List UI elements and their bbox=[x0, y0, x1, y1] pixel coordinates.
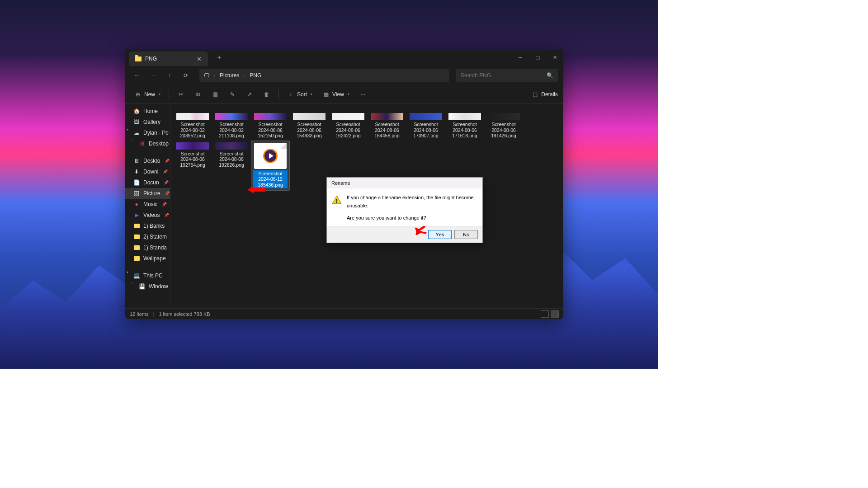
sort-icon: ↕ bbox=[287, 91, 294, 98]
file-name: Screenshot 2024-08-06 154933.png bbox=[292, 122, 327, 139]
file-item[interactable]: Screenshot 2024-08-06 154933.png bbox=[290, 111, 329, 141]
sidebar-label: 1) Standa bbox=[143, 244, 167, 251]
file-name: Screenshot 2024-08-06 192826.png bbox=[214, 151, 249, 168]
forward-button[interactable]: → bbox=[147, 69, 160, 82]
address-bar[interactable]: 🖵 › Pictures › PNG bbox=[199, 69, 449, 82]
chevron-down-icon: ▾ bbox=[348, 92, 349, 96]
file-thumbnail bbox=[332, 113, 364, 120]
window-controls: ─ ▢ ✕ bbox=[512, 50, 563, 65]
new-tab-button[interactable]: ＋ bbox=[216, 53, 222, 61]
chevron-right-icon[interactable]: › bbox=[132, 281, 133, 285]
chevron-down-icon[interactable]: ▾ bbox=[127, 127, 128, 131]
file-item[interactable]: Screenshot 2024-08-06 192826.png bbox=[212, 141, 251, 191]
monitor-icon: 🖵 bbox=[204, 72, 209, 79]
sidebar-item-home[interactable]: 🏠Home bbox=[125, 106, 170, 117]
sidebar-label: 2) Statem bbox=[143, 234, 167, 240]
folder-icon bbox=[135, 56, 142, 61]
more-button[interactable]: ⋯ bbox=[356, 89, 370, 100]
file-name: Screenshot 2024-08-06 164458.png bbox=[369, 122, 405, 139]
sidebar-label: 1) Banks bbox=[143, 223, 165, 229]
yes-button[interactable]: Yes bbox=[428, 230, 452, 239]
tab-title: PNG bbox=[145, 56, 157, 62]
sidebar-item-documents[interactable]: 📄Docun📌 bbox=[125, 177, 170, 188]
sidebar-label: Videos bbox=[143, 212, 160, 218]
view-button[interactable]: ▦ View ▾ bbox=[319, 89, 353, 100]
sidebar-item-desktop[interactable]: 🖥Deskto📌 bbox=[125, 155, 170, 166]
up-button[interactable]: ↑ bbox=[163, 69, 176, 82]
chevron-down-icon: ▾ bbox=[159, 92, 160, 96]
delete-icon: 🗑 bbox=[263, 91, 270, 98]
pin-icon: 📌 bbox=[164, 213, 169, 217]
rename-icon: ✎ bbox=[229, 91, 236, 98]
back-button[interactable]: ← bbox=[131, 69, 143, 82]
file-item[interactable]: Screenshot 2024-08-02 211108.png bbox=[212, 111, 251, 141]
file-item[interactable]: Screenshot 2024-08-06 162422.png bbox=[329, 111, 368, 141]
file-item[interactable]: Screenshot 2024-08-06 164458.png bbox=[368, 111, 406, 141]
rename-button[interactable]: ✎ bbox=[225, 89, 240, 100]
chevron-right-icon[interactable]: › bbox=[132, 138, 133, 142]
pictures-icon: 🖼 bbox=[133, 190, 140, 197]
search-input[interactable] bbox=[461, 72, 547, 79]
pin-icon: 📌 bbox=[163, 169, 168, 174]
sidebar-item-gallery[interactable]: 🖼Gallery bbox=[125, 117, 170, 127]
pin-icon: 📌 bbox=[165, 191, 170, 196]
file-item[interactable]: Screenshot 2024-08-06 152150.png bbox=[251, 111, 290, 141]
copy-button[interactable]: ⧉ bbox=[191, 89, 205, 100]
command-toolbar: ⊕ New ▾ ✂ ⧉ 📋 ✎ ↗ 🗑 ↕ Sort ▾ ▦ View ▾ ⋯ … bbox=[125, 85, 563, 104]
sidebar-label: Wallpape bbox=[143, 255, 166, 262]
paste-button[interactable]: 📋 bbox=[208, 89, 222, 100]
pc-icon: 💻 bbox=[133, 272, 140, 279]
sidebar-item-music[interactable]: ●Music📌 bbox=[125, 199, 170, 210]
file-item[interactable]: Screenshot 2024-08-06 191426.png bbox=[484, 111, 523, 141]
close-button[interactable]: ✕ bbox=[546, 50, 563, 65]
file-item[interactable]: Screenshot 2024-08-02 203952.png bbox=[173, 111, 212, 141]
file-thumbnail bbox=[371, 113, 403, 120]
titlebar[interactable]: PNG ✕ ＋ ─ ▢ ✕ bbox=[125, 49, 563, 66]
new-button[interactable]: ⊕ New ▾ bbox=[131, 89, 164, 100]
sidebar-label: This PC bbox=[143, 272, 163, 279]
breadcrumb-png[interactable]: PNG bbox=[250, 72, 261, 79]
details-view-button[interactable] bbox=[541, 310, 549, 318]
no-button[interactable]: No bbox=[454, 230, 478, 239]
dialog-line1: If you change a filename extension, the … bbox=[347, 194, 478, 210]
sidebar-item-folder[interactable]: Wallpape bbox=[125, 253, 170, 264]
sidebar-item-thispc[interactable]: 💻This PC bbox=[125, 270, 170, 281]
pin-icon: 📌 bbox=[165, 159, 170, 163]
sidebar-item-folder[interactable]: 1) Banks bbox=[125, 221, 170, 231]
chevron-down-icon: ▾ bbox=[311, 92, 312, 96]
sidebar-label: Window bbox=[149, 283, 168, 290]
tab-png[interactable]: PNG ✕ bbox=[129, 52, 208, 66]
thumbnails-view-button[interactable] bbox=[551, 310, 559, 318]
sidebar-item-onedrive[interactable]: ☁Dylan - Pe bbox=[125, 127, 170, 138]
details-button[interactable]: ◫ Details bbox=[531, 91, 558, 98]
file-item[interactable]: Screenshot 2024-08-06 170907.png bbox=[406, 111, 445, 141]
file-item[interactable]: Screenshot 2024-08-06 192754.png bbox=[173, 141, 212, 191]
delete-button[interactable]: 🗑 bbox=[259, 89, 274, 100]
sidebar-item-folder[interactable]: 1) Standa bbox=[125, 242, 170, 253]
search-box[interactable]: 🔍 bbox=[456, 69, 558, 82]
maximize-button[interactable]: ▢ bbox=[529, 50, 546, 65]
file-thumbnail bbox=[293, 113, 326, 120]
chevron-down-icon[interactable]: ▾ bbox=[127, 270, 128, 274]
drive-icon: 💾 bbox=[139, 283, 145, 290]
breadcrumb-pictures[interactable]: Pictures bbox=[220, 72, 239, 79]
file-thumbnail bbox=[176, 142, 209, 150]
sidebar-item-videos[interactable]: ▶Videos📌 bbox=[125, 210, 170, 221]
file-item-selected[interactable]: Screenshot 2024-08-12 185436.png bbox=[251, 141, 290, 191]
dialog-message: If you change a filename extension, the … bbox=[347, 194, 478, 222]
refresh-button[interactable]: ⟳ bbox=[179, 69, 192, 82]
share-button[interactable]: ↗ bbox=[242, 89, 257, 100]
sidebar-item-folder[interactable]: 2) Statem bbox=[125, 231, 170, 242]
sidebar-item-pictures[interactable]: 🖼Picture📌 bbox=[125, 188, 170, 199]
svg-marker-0 bbox=[247, 186, 265, 193]
cut-button[interactable]: ✂ bbox=[174, 89, 188, 100]
sidebar-label: Downl bbox=[143, 169, 158, 175]
folder-icon bbox=[133, 255, 140, 262]
file-thumbnail bbox=[487, 113, 520, 120]
file-item[interactable]: Screenshot 2024-08-06 171618.png bbox=[445, 111, 484, 141]
tab-close-button[interactable]: ✕ bbox=[197, 56, 202, 62]
sort-button[interactable]: ↕ Sort ▾ bbox=[283, 89, 316, 100]
minimize-button[interactable]: ─ bbox=[512, 50, 529, 65]
sidebar-item-downloads[interactable]: ⬇Downl📌 bbox=[125, 166, 170, 177]
share-icon: ↗ bbox=[246, 91, 253, 98]
